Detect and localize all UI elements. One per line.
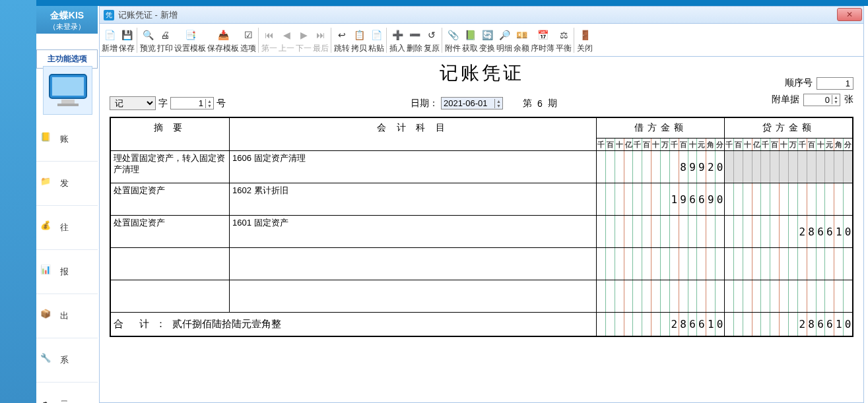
credit-cell[interactable] (725, 248, 853, 280)
summary-cell[interactable] (111, 280, 230, 313)
total-debit: 286610 (597, 313, 725, 336)
toolbar-copy-button[interactable]: 📋拷贝 (351, 25, 368, 55)
nav-icon: ☁ (40, 397, 55, 403)
close-icon: 🚪 (578, 28, 591, 42)
zhang-label: 张 (844, 94, 853, 106)
total-credit: 286610 (725, 313, 853, 336)
toolbar-prev-button: ◀上一 (278, 25, 295, 55)
summary-cell[interactable]: 处置固定资产 (111, 216, 230, 248)
bal-icon: 💴 (515, 28, 528, 42)
voucher-number-input[interactable]: ▲▼ (170, 97, 214, 109)
toolbar-save-button[interactable]: 💾保存 (118, 25, 135, 55)
summary-cell[interactable]: 处置固定资产 (111, 183, 230, 216)
table-row[interactable]: 处置固定资产1601 固定资产286610 (111, 216, 853, 248)
sidebar-item-6[interactable]: ☁云 (36, 383, 98, 403)
paste-icon: 📄 (370, 28, 383, 42)
toolbar-opts-button[interactable]: ☑选项 (240, 25, 257, 55)
voucher-window: 凭 记账凭证 - 新增 ✕ 📄新增💾保存🔍预览🖨打印📑设置模板📥保存模板☑选项⏮… (99, 6, 864, 403)
period-prefix: 第 (523, 98, 532, 109)
attach-input[interactable]: ▲▼ (803, 94, 840, 106)
next-icon: ▶ (297, 28, 310, 42)
credit-cell[interactable] (725, 151, 853, 183)
prev-icon: ◀ (280, 28, 293, 42)
date-label: 日期： (411, 98, 438, 109)
toolbar-savetpl-button[interactable]: 📥保存模板 (207, 25, 240, 55)
toolbar-del-button[interactable]: ➖删除 (406, 25, 423, 55)
debit-cell[interactable]: 196690 (597, 183, 725, 216)
svg-rect-3 (57, 104, 79, 106)
toolbar-close-button[interactable]: 🚪关闭 (576, 25, 593, 55)
last-icon: ⏭ (314, 28, 327, 42)
debit-cell[interactable] (597, 216, 725, 248)
toolbar-att-button[interactable]: 📎附件 (444, 25, 461, 55)
toolbar-seq-button[interactable]: 📅序时薄 (530, 25, 555, 55)
table-row[interactable] (111, 248, 853, 280)
credit-cell[interactable] (725, 183, 853, 216)
debit-cell[interactable]: 89920 (597, 151, 725, 183)
restore-icon: ↺ (425, 28, 438, 42)
toolbar-print-button[interactable]: 🖨打印 (156, 25, 174, 55)
savetpl-icon: 📥 (217, 28, 230, 42)
date-input[interactable]: ▲▼ (441, 97, 503, 109)
jump-icon: ↩ (335, 28, 349, 42)
del-icon: ➖ (408, 28, 421, 42)
preview-icon: 🔍 (141, 28, 154, 42)
account-cell[interactable]: 1606 固定资产清理 (230, 151, 597, 183)
credit-cell[interactable]: 286610 (725, 216, 853, 248)
toolbar-get-button[interactable]: 📗获取 (461, 25, 479, 55)
nav-icon: 📦 (40, 309, 55, 323)
summary-cell[interactable]: 理处置固定资产，转入固定资产清理 (111, 151, 230, 183)
account-cell[interactable]: 1602 累计折旧 (230, 183, 597, 216)
detail-icon: 🔎 (498, 28, 511, 42)
window-title: 记账凭证 - 新增 (118, 9, 178, 21)
toolbar-settpl-button[interactable]: 📑设置模板 (174, 25, 207, 55)
first-icon: ⏮ (263, 28, 276, 42)
title-bar: 凭 记账凭证 - 新增 ✕ (100, 7, 863, 24)
word-prefix-select[interactable]: 记 (110, 96, 156, 110)
sidebar-item-0[interactable]: 📒账 (36, 117, 98, 162)
toolbar-ins-button[interactable]: ➕插入 (389, 25, 406, 55)
toolbar-bal-button[interactable]: 💴余额 (513, 25, 530, 55)
toolbar-detail-button[interactable]: 🔎明细 (496, 25, 513, 55)
toolbar-new-button[interactable]: 📄新增 (101, 25, 118, 55)
col-summary: 摘 要 (111, 118, 230, 151)
toolbar-jump-button[interactable]: ↩跳转 (333, 25, 351, 55)
toolbar-paste-button[interactable]: 📄粘贴 (368, 25, 385, 55)
table-row[interactable]: 处置固定资产1602 累计折旧196690 (111, 183, 853, 216)
side-nav: 📒账📁发💰往📊报📦出🔧系☁云 (36, 117, 98, 403)
account-cell[interactable] (230, 280, 597, 313)
table-row[interactable] (111, 280, 853, 313)
credit-cell[interactable] (725, 280, 853, 313)
voucher-title: 记账凭证 (110, 57, 853, 92)
monitor-icon (43, 66, 92, 115)
sidebar-item-1[interactable]: 📁发 (36, 162, 98, 206)
copy-icon: 📋 (352, 28, 366, 42)
total-cell: 合 计：贰仟捌佰陆拾陆元壹角整 (111, 313, 597, 336)
sidebar-item-5[interactable]: 🔧系 (36, 338, 98, 383)
toolbar-trial-button[interactable]: ⚖平衡 (555, 25, 572, 55)
sidebar-item-2[interactable]: 💰往 (36, 206, 98, 250)
brand-sub: （未登录） (36, 22, 98, 32)
sidebar-item-3[interactable]: 📊报 (36, 250, 98, 294)
brand-name: 金蝶KIS (36, 10, 98, 22)
opts-icon: ☑ (242, 28, 255, 42)
account-cell[interactable] (230, 248, 597, 280)
att-icon: 📎 (446, 28, 459, 42)
sidebar-item-4[interactable]: 📦出 (36, 294, 98, 338)
toolbar-restore-button[interactable]: ↺复原 (423, 25, 440, 55)
account-cell[interactable]: 1601 固定资产 (230, 216, 597, 248)
settpl-icon: 📑 (184, 28, 197, 42)
seq-label: 顺序号 (785, 77, 813, 89)
toolbar-last-button: ⏭最后 (312, 25, 329, 55)
close-button[interactable]: ✕ (837, 8, 862, 21)
conv-icon: 🔄 (481, 28, 494, 42)
svg-rect-1 (52, 77, 84, 96)
get-icon: 📗 (463, 28, 477, 42)
debit-cell[interactable] (597, 280, 725, 313)
toolbar-preview-button[interactable]: 🔍预览 (139, 25, 156, 55)
toolbar-conv-button[interactable]: 🔄变换 (479, 25, 496, 55)
summary-cell[interactable] (111, 248, 230, 280)
toolbar-next-button: ▶下一 (295, 25, 312, 55)
debit-cell[interactable] (597, 248, 725, 280)
table-row[interactable]: 理处置固定资产，转入固定资产清理1606 固定资产清理89920 (111, 151, 853, 183)
